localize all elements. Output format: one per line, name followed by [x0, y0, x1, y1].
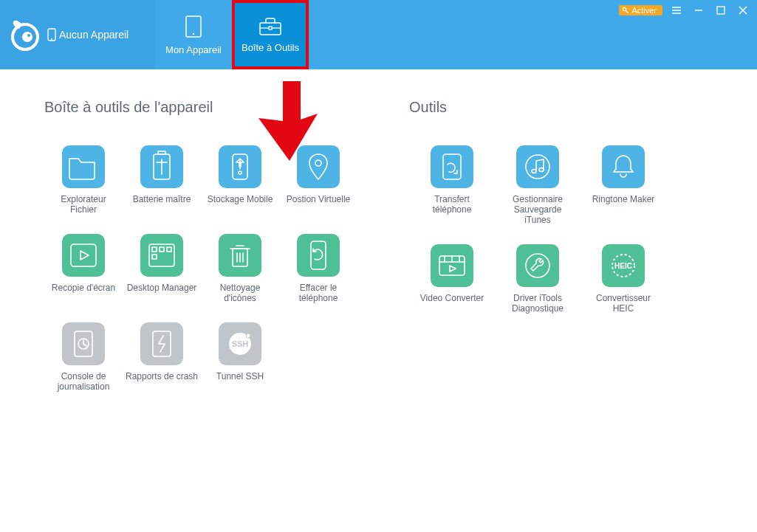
- tool-label: Video Converter: [420, 293, 484, 303]
- tool-label: Desktop Manager: [127, 283, 197, 293]
- svg-rect-7: [260, 23, 281, 35]
- activate-button[interactable]: Activer: [619, 5, 662, 15]
- tab-toolbox-label: Boîte à Outils: [242, 42, 299, 53]
- tool-label: Tunnel SSH: [216, 371, 264, 381]
- svg-rect-33: [167, 247, 171, 252]
- trash-icon: [219, 234, 261, 277]
- svg-rect-22: [158, 151, 165, 154]
- ssh-icon: SSH: [219, 322, 261, 365]
- tool-desktop-manager[interactable]: Desktop Manager: [123, 234, 201, 303]
- tool-label: Effacer le téléphone: [281, 283, 355, 303]
- svg-rect-28: [71, 244, 96, 266]
- tool-label: Console de journalisation: [47, 371, 120, 392]
- tool-label: Postion Virtuelle: [287, 194, 351, 204]
- app-logo-icon: [7, 17, 43, 52]
- itunes-icon: [516, 145, 559, 188]
- tool-erase-phone[interactable]: Effacer le téléphone: [279, 234, 357, 303]
- tool-label: Nettoyage d'icônes: [203, 283, 277, 303]
- svg-rect-31: [152, 247, 157, 252]
- svg-rect-34: [152, 255, 157, 259]
- device-status: Aucun Appareil: [47, 28, 129, 41]
- tool-label: Convertisseur HEIC: [586, 293, 660, 314]
- tab-my-device[interactable]: Mon Appareil: [155, 0, 232, 69]
- svg-point-26: [239, 171, 242, 174]
- main-content: Boîte à outils de l'appareil Explorateur…: [0, 69, 757, 392]
- svg-point-4: [51, 38, 52, 40]
- tool-phone-transfer[interactable]: Transfert téléphone: [409, 145, 495, 225]
- tool-label: Rapports de crash: [126, 371, 198, 381]
- apps-icon: [140, 234, 183, 277]
- close-button[interactable]: [735, 3, 751, 18]
- erase-icon: [297, 234, 340, 277]
- svg-rect-50: [443, 154, 461, 179]
- transfer-icon: [431, 145, 473, 188]
- tool-label: Stockage Mobile: [208, 194, 273, 204]
- log-icon: [62, 322, 105, 365]
- tool-ringtone-maker[interactable]: Ringtone Maker: [580, 145, 666, 225]
- svg-text:HEIC: HEIC: [614, 262, 632, 270]
- tab-toolbox[interactable]: Boîte à Outils: [232, 0, 309, 69]
- bell-icon: [602, 145, 645, 188]
- svg-rect-8: [269, 27, 272, 30]
- svg-marker-29: [81, 251, 89, 260]
- heic-icon: HEIC: [602, 244, 645, 287]
- tool-screen-mirror[interactable]: Recopie d'écran: [44, 234, 123, 303]
- minimize-button[interactable]: [691, 3, 707, 18]
- svg-point-52: [532, 170, 536, 173]
- phone-icon: [47, 28, 56, 41]
- key-icon: [622, 7, 629, 14]
- svg-marker-59: [450, 266, 456, 272]
- svg-rect-17: [717, 7, 725, 14]
- svg-point-53: [539, 168, 544, 172]
- tablet-icon: [183, 15, 204, 38]
- toolbox-icon: [258, 17, 282, 36]
- tool-icon-cleanup[interactable]: Nettoyage d'icônes: [201, 234, 279, 303]
- tool-ssh-tunnel[interactable]: SSHTunnel SSH: [201, 322, 279, 392]
- app-header: Aucun Appareil Mon Appareil Boîte à Outi…: [0, 0, 757, 69]
- tool-mobile-storage[interactable]: Stockage Mobile: [201, 145, 279, 215]
- svg-line-45: [83, 344, 86, 346]
- tool-driver-diagnostic[interactable]: Driver iTools Diagnostique: [495, 244, 580, 314]
- tool-battery-master[interactable]: Batterie maître: [123, 145, 201, 215]
- tool-label: Gestionnaire Sauvegarde iTunes: [501, 194, 575, 225]
- menu-button[interactable]: [668, 3, 685, 18]
- activate-label: Activer: [631, 6, 657, 15]
- crash-icon: [140, 322, 183, 365]
- svg-point-6: [193, 32, 195, 35]
- tool-video-converter[interactable]: Video Converter: [409, 244, 495, 314]
- svg-point-1: [22, 32, 32, 42]
- maximize-icon: [716, 6, 725, 15]
- device-tools-grid: Explorateur FichierBatterie maîtreStocka…: [44, 145, 357, 392]
- tools-grid: Transfert téléphoneGestionnaire Sauvegar…: [409, 145, 666, 314]
- tool-crash-reports[interactable]: Rapports de crash: [123, 322, 201, 392]
- tool-file-explorer[interactable]: Explorateur Fichier: [44, 145, 123, 215]
- tool-label: Driver iTools Diagnostique: [501, 293, 575, 314]
- tool-heic-converter[interactable]: HEICConvertisseur HEIC: [580, 244, 666, 314]
- battery-icon: [140, 145, 183, 188]
- window-controls: Activer: [619, 3, 751, 18]
- logo-area: Aucun Appareil: [0, 0, 155, 69]
- maximize-button[interactable]: [713, 3, 729, 18]
- svg-rect-41: [311, 241, 326, 269]
- tool-virtual-position[interactable]: Postion Virtuelle: [279, 145, 357, 215]
- device-tools-title: Boîte à outils de l'appareil: [44, 99, 357, 116]
- menu-icon: [671, 6, 682, 15]
- tool-label: Explorateur Fichier: [47, 194, 120, 215]
- tool-itunes-backup[interactable]: Gestionnaire Sauvegarde iTunes: [495, 145, 580, 225]
- svg-point-2: [27, 34, 30, 37]
- svg-point-49: [246, 334, 250, 338]
- tool-label: Transfert téléphone: [415, 194, 489, 215]
- svg-text:SSH: SSH: [232, 339, 249, 348]
- tool-log-console[interactable]: Console de journalisation: [44, 322, 123, 392]
- video-icon: [431, 244, 473, 287]
- svg-point-27: [315, 160, 321, 166]
- tab-my-device-label: Mon Appareil: [165, 44, 222, 55]
- tools-title: Outils: [409, 99, 666, 116]
- tools-section: Outils Transfert téléphoneGestionnaire S…: [409, 99, 666, 392]
- device-tools-section: Boîte à outils de l'appareil Explorateur…: [44, 99, 357, 392]
- svg-rect-32: [160, 247, 164, 252]
- location-icon: [297, 145, 340, 188]
- close-icon: [739, 6, 747, 15]
- play-icon: [62, 234, 105, 277]
- device-status-label: Aucun Appareil: [59, 29, 129, 41]
